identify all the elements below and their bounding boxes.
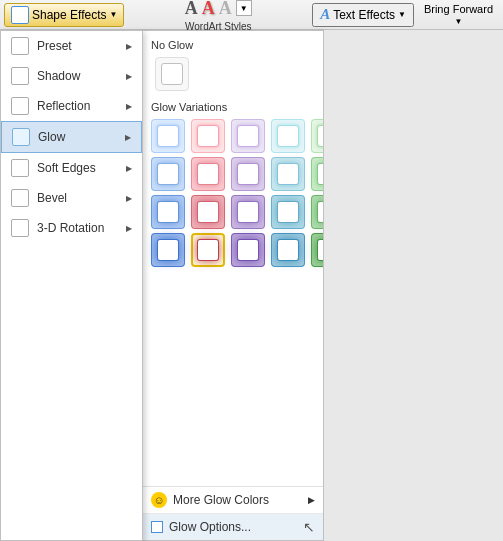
menu-item-bevel[interactable]: Bevel ▶ <box>1 183 142 213</box>
glow-item-cyan-med[interactable] <box>271 157 305 191</box>
glow-item-purple-large[interactable] <box>231 195 265 229</box>
glow-item-pink-xl-selected[interactable] <box>191 233 225 267</box>
reflection-arrow-icon: ▶ <box>126 102 132 111</box>
glow-variations-section: Glow Variations <box>151 101 315 267</box>
wordart-expand-button[interactable]: ▼ <box>236 0 252 16</box>
glow-row-3 <box>151 195 315 229</box>
glow-item-cyan-light-sm[interactable] <box>271 119 305 153</box>
more-glow-colors-button[interactable]: ☺ More Glow Colors ▶ <box>143 487 323 514</box>
glow-options-button[interactable]: Glow Options... ↖ <box>143 514 323 540</box>
preset-label: Preset <box>37 39 118 53</box>
soft-edges-icon <box>11 159 29 177</box>
no-glow-item[interactable] <box>155 57 189 91</box>
no-glow-inner <box>161 63 183 85</box>
glow-item-green-med[interactable] <box>311 157 323 191</box>
glow-row-2 <box>151 157 315 191</box>
text-effects-button[interactable]: A Text Effects ▼ <box>312 3 414 27</box>
glow-item-cyan-large[interactable] <box>271 195 305 229</box>
menu-item-reflection[interactable]: Reflection ▶ <box>1 91 142 121</box>
bring-forward-arrow-icon: ▼ <box>455 17 463 26</box>
text-effects-arrow-icon: ▼ <box>398 10 406 19</box>
glow-label: Glow <box>38 130 117 144</box>
bevel-icon <box>11 189 29 207</box>
background-area <box>324 30 504 541</box>
glow-item-blue-light-sm[interactable] <box>151 119 185 153</box>
menu-item-shadow[interactable]: Shadow ▶ <box>1 61 142 91</box>
shadow-arrow-icon: ▶ <box>126 72 132 81</box>
wordart-label-area: A A A ▼ WordArt Styles <box>185 0 252 32</box>
glow-item-green-large[interactable] <box>311 195 323 229</box>
dropdown-arrow-icon: ▼ <box>110 10 118 19</box>
glow-item-green-xl[interactable] <box>311 233 323 267</box>
more-colors-arrow-icon: ▶ <box>308 495 315 505</box>
soft-edges-arrow-icon: ▶ <box>126 164 132 173</box>
preset-arrow-icon: ▶ <box>126 42 132 51</box>
wordart-styles-section: A A A ▼ WordArt Styles <box>128 0 308 32</box>
wordart-letter-a2: A <box>202 0 215 19</box>
3d-rotation-arrow-icon: ▶ <box>126 224 132 233</box>
no-glow-section: No Glow <box>151 39 315 91</box>
no-glow-title: No Glow <box>151 39 315 51</box>
3d-rotation-label: 3-D Rotation <box>37 221 118 235</box>
shape-effects-icon <box>11 6 29 24</box>
smiley-icon: ☺ <box>151 492 167 508</box>
shape-effects-label: Shape Effects <box>32 8 107 22</box>
more-glow-colors-label: More Glow Colors <box>173 493 269 507</box>
shape-effects-button[interactable]: Shape Effects ▼ <box>4 3 124 27</box>
3d-rotation-icon <box>11 219 29 237</box>
glow-panel-inner[interactable]: No Glow Glow Variations <box>143 31 323 486</box>
glow-icon <box>12 128 30 146</box>
glow-arrow-icon: ▶ <box>125 133 131 142</box>
glow-item-cyan-xl[interactable] <box>271 233 305 267</box>
menu-item-preset[interactable]: Preset ▶ <box>1 31 142 61</box>
glow-item-blue-xl[interactable] <box>151 233 185 267</box>
glow-item-green-light-sm[interactable] <box>311 119 323 153</box>
glow-item-purple-light-sm[interactable] <box>231 119 265 153</box>
glow-row-1 <box>151 119 315 153</box>
shape-effects-menu: Preset ▶ Shadow ▶ Reflection ▶ Glow ▶ So… <box>0 30 143 541</box>
soft-edges-label: Soft Edges <box>37 161 118 175</box>
bring-forward-label: Bring Forward <box>424 3 493 15</box>
menu-item-glow[interactable]: Glow ▶ <box>1 121 142 153</box>
ribbon-bar: Shape Effects ▼ A A A ▼ WordArt Styles A… <box>0 0 503 30</box>
text-effects-label: Text Effects <box>333 8 395 22</box>
shadow-label: Shadow <box>37 69 118 83</box>
bring-forward-button[interactable]: Bring Forward ▼ <box>418 3 499 27</box>
reflection-label: Reflection <box>37 99 118 113</box>
glow-row-4 <box>151 233 315 267</box>
menu-item-soft-edges[interactable]: Soft Edges ▶ <box>1 153 142 183</box>
glow-item-pink-large[interactable] <box>191 195 225 229</box>
glow-item-purple-xl[interactable] <box>231 233 265 267</box>
glow-item-blue-large[interactable] <box>151 195 185 229</box>
glow-item-pink-light-sm[interactable] <box>191 119 225 153</box>
wordart-letters: A A A ▼ <box>185 0 252 19</box>
wordart-letter-a3: A <box>219 0 232 19</box>
bevel-label: Bevel <box>37 191 118 205</box>
glow-options-icon <box>151 521 163 533</box>
glow-variations-title: Glow Variations <box>151 101 315 113</box>
wordart-letter-a1: A <box>185 0 198 19</box>
main-area: Preset ▶ Shadow ▶ Reflection ▶ Glow ▶ So… <box>0 30 503 541</box>
glow-panel-footer: ☺ More Glow Colors ▶ Glow Options... ↖ <box>143 486 323 540</box>
glow-item-pink-med[interactable] <box>191 157 225 191</box>
bevel-arrow-icon: ▶ <box>126 194 132 203</box>
text-effects-icon: A <box>320 6 330 23</box>
menu-item-3d-rotation[interactable]: 3-D Rotation ▶ <box>1 213 142 243</box>
glow-panel: No Glow Glow Variations <box>143 30 324 541</box>
reflection-icon <box>11 97 29 115</box>
preset-icon <box>11 37 29 55</box>
glow-item-blue-med[interactable] <box>151 157 185 191</box>
cursor-icon: ↖ <box>303 519 315 535</box>
glow-options-label: Glow Options... <box>169 520 251 534</box>
shadow-icon <box>11 67 29 85</box>
glow-item-purple-med[interactable] <box>231 157 265 191</box>
